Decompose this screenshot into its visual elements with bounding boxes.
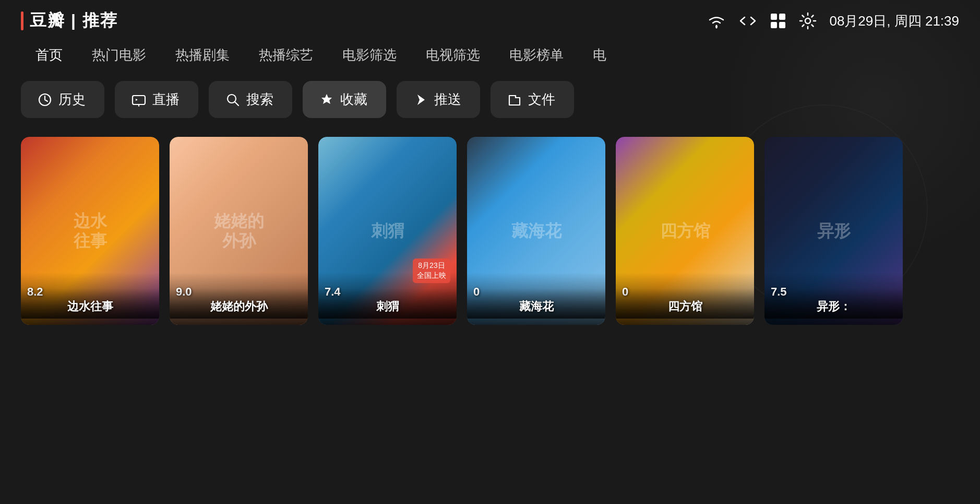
svg-rect-4 [779,22,785,28]
nav-item-movie-rank[interactable]: 电影榜单 [495,42,578,68]
push-label: 推送 [434,90,461,109]
header-right: 08月29日, 周四 21:39 [707,12,959,30]
movie-title-4: 藏海花 [467,288,605,319]
svg-marker-11 [417,95,425,105]
movie-card-3[interactable]: 刺猬 7.4 8月23日全国上映 刺猬 [318,137,457,325]
search-button[interactable]: 搜索 [209,81,292,118]
nav-item-home[interactable]: 首页 [21,42,77,68]
movie-card-5[interactable]: 四方馆 0 四方馆 [616,137,754,325]
movie-title-6: 异形： [764,288,903,319]
movie-card-6[interactable]: 异形 7.5 异形： [764,137,903,325]
movie-poster-3: 刺猬 7.4 8月23日全国上映 刺猬 [318,137,457,325]
live-label: 直播 [152,90,180,109]
logo-area: 豆瓣 | 推荐 [21,9,118,32]
svg-rect-1 [771,14,777,20]
favorites-label: 收藏 [340,90,367,109]
live-button[interactable]: 直播 [115,81,198,118]
history-label: 历史 [58,90,86,109]
movie-card-2[interactable]: 姥姥的外孙 9.0 姥姥的外孙 [170,137,308,325]
svg-point-0 [715,26,718,28]
nav-item-movie-filter[interactable]: 电影筛选 [328,42,411,68]
svg-marker-10 [321,94,332,104]
settings-icon[interactable] [799,12,817,30]
grid-icon [770,13,786,29]
nav-item-hot-movies[interactable]: 热门电影 [77,42,161,68]
history-button[interactable]: 历史 [21,81,104,118]
datetime: 08月29日, 周四 21:39 [829,12,959,30]
quick-actions: 历史 直播 搜索 收藏 推送 文件 [0,73,980,126]
history-icon [38,92,52,107]
movie-poster-2: 姥姥的外孙 9.0 姥姥的外孙 [170,137,308,325]
nav-item-tv-filter[interactable]: 电视筛选 [411,42,495,68]
movie-grid: 边水往事 8.2 边水往事 姥姥的外孙 9.0 姥姥的外孙 刺猬 7.4 8月2… [21,137,959,325]
files-icon [507,92,522,107]
search-icon [225,92,240,107]
nav-item-variety[interactable]: 热播综艺 [244,42,328,68]
push-button[interactable]: 推送 [397,81,480,118]
movie-release-3: 8月23日全国上映 [413,259,450,283]
app-title: 豆瓣 | 推荐 [30,9,118,32]
nav-bar: 首页 热门电影 热播剧集 热播综艺 电影筛选 电视筛选 电影榜单 电 [0,38,980,73]
movie-card-4[interactable]: 藏海花 0 藏海花 [467,137,605,325]
movie-poster-4: 藏海花 0 藏海花 [467,137,605,325]
search-label: 搜索 [246,90,273,109]
live-icon [132,92,146,107]
movie-poster-6: 异形 7.5 异形： [764,137,903,325]
movie-poster-5: 四方馆 0 四方馆 [616,137,754,325]
nav-item-more[interactable]: 电 [578,42,621,68]
movie-section: 边水往事 8.2 边水往事 姥姥的外孙 9.0 姥姥的外孙 刺猬 7.4 8月2… [0,126,980,325]
movie-card-1[interactable]: 边水往事 8.2 边水往事 [21,137,159,325]
svg-point-5 [805,18,810,24]
push-icon [413,92,428,107]
wifi-icon [707,13,726,29]
movie-title-2: 姥姥的外孙 [170,288,308,319]
favorites-icon [319,92,334,107]
favorites-button[interactable]: 收藏 [303,81,386,118]
header: 豆瓣 | 推荐 08月29日, 周四 21:39 [0,0,980,38]
files-label: 文件 [528,90,555,109]
svg-line-9 [235,102,238,106]
code-icon [738,13,757,29]
movie-title-1: 边水往事 [21,288,159,319]
svg-rect-3 [771,22,777,28]
svg-rect-2 [779,14,785,20]
logo-bar [21,11,23,30]
movie-title-3: 刺猬 [318,288,457,319]
movie-poster-1: 边水往事 8.2 边水往事 [21,137,159,325]
files-button[interactable]: 文件 [491,81,574,118]
movie-title-5: 四方馆 [616,288,754,319]
svg-rect-7 [133,96,145,104]
nav-item-tv-series[interactable]: 热播剧集 [161,42,244,68]
